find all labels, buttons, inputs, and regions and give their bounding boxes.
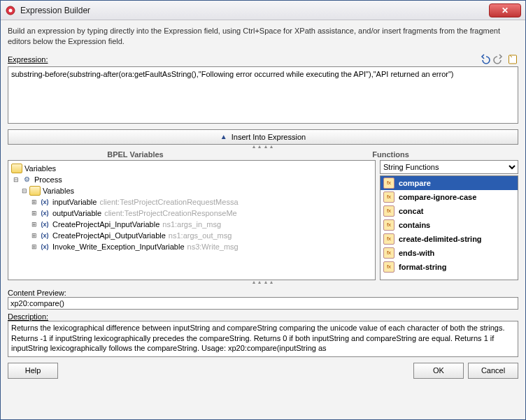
variable-icon	[39, 197, 50, 207]
cancel-button[interactable]: Cancel	[468, 363, 518, 379]
dialog-content: Build an expression by typing directly i…	[1, 20, 525, 419]
function-icon: fx	[383, 205, 395, 217]
folder-open-icon	[29, 186, 41, 196]
function-list[interactable]: fxcomparefxcompare-ignore-casefxconcatfx…	[380, 175, 518, 280]
function-item[interactable]: fxcontains	[381, 218, 518, 232]
splitter-handle[interactable]: ▴ ▴ ▴ ▴	[8, 280, 518, 284]
window-title: Expression Builder	[20, 6, 489, 15]
tree-root[interactable]: Variables	[10, 163, 374, 174]
function-item[interactable]: fxcompare-ignore-case	[381, 190, 518, 204]
expand-icon[interactable]: ⊞	[29, 210, 39, 217]
collapse-icon[interactable]: ⊟	[11, 176, 21, 183]
collapse-icon[interactable]: ⊟	[20, 187, 29, 194]
functions-header: Functions	[263, 149, 518, 160]
svg-point-1	[9, 8, 13, 12]
function-name: format-string	[399, 263, 446, 271]
variable-type: ns3:Write_msg	[187, 242, 239, 251]
panes-headers: BPEL Variables Functions	[8, 149, 518, 160]
functions-pane: String Functions fxcomparefxcompare-igno…	[380, 160, 518, 280]
function-item[interactable]: fxcreate-delimited-string	[381, 232, 518, 246]
variable-name: inputVariable	[52, 198, 97, 206]
expand-icon[interactable]: ⊞	[29, 221, 39, 228]
function-item[interactable]: fxends-with	[381, 246, 518, 260]
variable-icon	[39, 219, 50, 229]
description-text: Returns the lexicographical difference b…	[8, 321, 518, 357]
function-item[interactable]: fxconcat	[381, 204, 518, 218]
expand-icon[interactable]: ⊞	[29, 232, 39, 239]
variable-name: outputVariable	[52, 209, 101, 217]
expression-header: Expression:	[8, 54, 518, 65]
function-name: create-delimited-string	[399, 235, 482, 243]
variable-icon	[39, 208, 50, 218]
function-category-select[interactable]: String Functions	[380, 160, 518, 174]
variables-tree[interactable]: Variables ⊟ ⚙ Process ⊟ Variables ⊞inp	[8, 160, 376, 280]
tree-variable-item[interactable]: ⊞Invoke_Write_Exception_InputVariablens3…	[10, 241, 374, 252]
tree-variable-item[interactable]: ⊞outputVariableclient:TestProjectCreatio…	[10, 208, 374, 219]
tree-variable-item[interactable]: ⊞CreateProjectApi_OutputVariablens1:args…	[10, 230, 374, 241]
dialog-window: Expression Builder ✕ Build an expression…	[0, 0, 526, 420]
function-name: ends-with	[399, 249, 434, 257]
function-name: concat	[399, 207, 423, 215]
instruction-text: Build an expression by typing directly i…	[8, 26, 518, 47]
content-preview-label: Content Preview:	[8, 289, 518, 297]
ok-button[interactable]: OK	[413, 363, 464, 379]
insert-button-label: Insert Into Expression	[232, 133, 306, 141]
function-icon: fx	[383, 178, 395, 189]
expand-icon[interactable]: ⊞	[29, 243, 39, 250]
bpel-variables-header: BPEL Variables	[8, 149, 263, 160]
function-item[interactable]: fxcompare	[381, 176, 518, 190]
folder-open-icon	[11, 164, 22, 173]
content-preview-field	[8, 297, 518, 310]
tree-variable-item[interactable]: ⊞CreateProjectApi_InputVariablens1:args_…	[10, 219, 374, 230]
variable-type: client:TestProjectCreationRequestMessa	[99, 198, 238, 206]
app-icon	[5, 5, 16, 16]
expand-icon[interactable]: ⊞	[29, 198, 39, 205]
help-button[interactable]: Help	[8, 363, 58, 379]
description-label: Description:	[8, 312, 518, 321]
function-name: contains	[399, 221, 430, 229]
function-item[interactable]: fxformat-string	[381, 260, 518, 274]
variable-type: ns1:args_in_msg	[162, 220, 221, 229]
variable-name: CreateProjectApi_OutputVariable	[52, 231, 166, 240]
tree-process[interactable]: ⊟ ⚙ Process	[10, 174, 374, 185]
svg-rect-2	[509, 55, 517, 64]
expression-input[interactable]	[8, 66, 518, 124]
undo-icon[interactable]	[479, 54, 490, 65]
redo-icon[interactable]	[493, 54, 504, 65]
chevron-up-icon: ▲	[220, 133, 227, 140]
variables-pane: Variables ⊟ ⚙ Process ⊟ Variables ⊞inp	[8, 160, 376, 280]
function-name: compare	[399, 179, 431, 187]
clear-icon[interactable]	[507, 54, 518, 65]
variable-type: client:TestProjectCreationResponseMe	[104, 209, 237, 217]
tree-variable-item[interactable]: ⊞inputVariableclient:TestProjectCreation…	[10, 196, 374, 208]
panes-container: Variables ⊟ ⚙ Process ⊟ Variables ⊞inp	[8, 160, 518, 280]
variable-icon	[39, 242, 50, 252]
function-name: compare-ignore-case	[399, 193, 476, 201]
button-bar: Help OK Cancel	[8, 357, 518, 379]
variable-icon	[39, 231, 50, 240]
insert-into-expression-button[interactable]: ▲ Insert Into Expression	[8, 129, 518, 145]
function-icon: fx	[383, 261, 395, 273]
tree-vars-folder[interactable]: ⊟ Variables	[10, 185, 374, 196]
variable-type: ns1:args_out_msg	[169, 231, 232, 240]
variable-name: CreateProjectApi_InputVariable	[52, 220, 159, 229]
function-icon: fx	[383, 219, 395, 231]
variable-name: Invoke_Write_Exception_InputVariable	[52, 242, 185, 251]
function-icon: fx	[383, 233, 395, 245]
close-icon: ✕	[502, 6, 509, 15]
function-icon: fx	[383, 191, 395, 203]
function-icon: fx	[383, 247, 395, 259]
process-icon: ⚙	[21, 175, 32, 184]
expression-label: Expression:	[8, 55, 48, 64]
close-button[interactable]: ✕	[489, 3, 521, 17]
title-bar[interactable]: Expression Builder ✕	[1, 1, 525, 20]
